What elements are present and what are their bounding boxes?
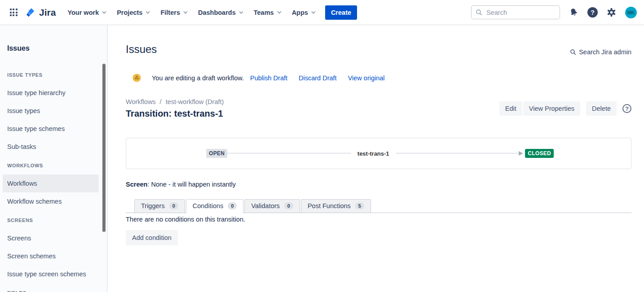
sidebar-item-workflows[interactable]: Workflows [3, 174, 99, 192]
breadcrumb-separator: / [160, 98, 162, 105]
menu-dashboards-label: Dashboards [198, 9, 236, 16]
help-button[interactable]: ? [587, 7, 598, 17]
search-icon [570, 49, 576, 55]
menu-your-work[interactable]: Your work [63, 5, 110, 20]
grid-icon [10, 9, 18, 16]
tab-conditions-count: 0 [228, 202, 237, 209]
tab-triggers[interactable]: Triggers 0 [134, 199, 185, 213]
view-original-link[interactable]: View original [348, 74, 385, 82]
menu-filters[interactable]: Filters [156, 5, 192, 20]
screen-label: Screen [126, 181, 147, 188]
gear-icon [606, 7, 617, 17]
screen-value: : None - it will happen instantly [147, 181, 236, 188]
chevron-down-icon [312, 10, 315, 13]
admin-sidebar: Issues ISSUE TYPES Issue type hierarchy … [0, 25, 108, 292]
jira-logo[interactable]: Jira [25, 7, 56, 18]
content-header: Issues Search Jira admin [126, 43, 631, 56]
menu-apps-label: Apps [292, 9, 308, 16]
tab-post-functions[interactable]: Post Functions 5 [301, 199, 371, 213]
avatar[interactable]: MK [625, 7, 637, 18]
edit-button[interactable]: Edit [499, 101, 522, 116]
notifications-button[interactable] [569, 7, 579, 17]
page-title: Issues [126, 43, 157, 56]
sidebar-section-screens: SCREENS [7, 218, 100, 223]
sidebar-item-workflow-schemes[interactable]: Workflow schemes [3, 192, 99, 210]
navbar-right: ? MK [471, 5, 637, 19]
menu-your-work-label: Your work [67, 9, 99, 16]
transition-header-row: Workflows / test-workflow (Draft) Transi… [126, 98, 631, 119]
tab-validators[interactable]: Validators 0 [244, 199, 300, 213]
tab-conditions-label: Conditions [193, 202, 224, 209]
chevron-down-icon [278, 10, 281, 13]
transition-tabs: Triggers 0 Conditions 0 Validators 0 Pos… [126, 199, 631, 213]
breadcrumb-workflows[interactable]: Workflows [126, 98, 156, 105]
tab-validators-count: 0 [284, 202, 293, 209]
tab-triggers-label: Triggers [141, 202, 165, 209]
global-search [471, 5, 560, 19]
screen-info: Screen: None - it will happen instantly [126, 181, 631, 188]
sidebar-section-fields: FIELDS [7, 290, 100, 292]
delete-button[interactable]: Delete [586, 101, 617, 116]
add-condition-button[interactable]: Add condition [126, 230, 178, 245]
question-mark-icon: ? [587, 7, 598, 17]
help-icon[interactable]: ? [622, 104, 631, 113]
menu-projects-label: Projects [117, 9, 142, 16]
app-root: Jira Your work Projects Filters Dashboar… [0, 0, 644, 292]
chevron-down-icon [184, 10, 187, 13]
search-jira-admin-label: Search Jira admin [579, 48, 631, 56]
settings-button[interactable] [606, 7, 617, 17]
transition-heading-block: Workflows / test-workflow (Draft) Transi… [126, 98, 224, 119]
no-conditions-message: There are no conditions on this transiti… [126, 216, 631, 223]
tab-conditions[interactable]: Conditions 0 [186, 199, 244, 213]
chevron-down-icon [239, 10, 243, 13]
transition-toolbar: Edit View Properties Delete ? [499, 101, 631, 116]
sidebar-item-sub-tasks[interactable]: Sub-tasks [3, 138, 99, 156]
search-jira-admin-link[interactable]: Search Jira admin [570, 48, 631, 56]
menu-dashboards[interactable]: Dashboards [194, 5, 247, 20]
menu-teams-label: Teams [254, 9, 274, 16]
discard-draft-link[interactable]: Discard Draft [299, 74, 337, 82]
menu-projects[interactable]: Projects [112, 5, 154, 20]
view-properties-button[interactable]: View Properties [523, 101, 580, 116]
body-row: Issues ISSUE TYPES Issue type hierarchy … [0, 25, 644, 292]
draft-banner-message: You are editing a draft workflow. [152, 74, 244, 82]
arrow-right-icon [519, 151, 523, 156]
chevron-down-icon [146, 10, 150, 13]
sidebar-scrollbar[interactable] [102, 64, 106, 232]
breadcrumb-current[interactable]: test-workflow (Draft) [166, 98, 224, 105]
tab-triggers-count: 0 [169, 202, 178, 209]
status-badge-closed: CLOSED [525, 149, 554, 158]
publish-draft-link[interactable]: Publish Draft [250, 74, 287, 82]
sidebar-item-issue-type-screen-schemes[interactable]: Issue type screen schemes [3, 265, 99, 283]
transition-diagram: OPEN test-trans-1 CLOSED [126, 138, 631, 169]
jira-logo-icon [25, 7, 37, 18]
sidebar-item-issue-types[interactable]: Issue types [3, 102, 99, 120]
sidebar-section-workflows: WORKFLOWS [7, 163, 100, 168]
menu-apps[interactable]: Apps [287, 5, 320, 20]
search-input[interactable] [471, 5, 560, 19]
draft-workflow-banner: You are editing a draft workflow. Publis… [126, 74, 631, 82]
top-navbar: Jira Your work Projects Filters Dashboar… [0, 0, 644, 25]
warning-icon [132, 74, 141, 82]
create-button[interactable]: Create [325, 5, 357, 20]
app-switcher-button[interactable] [6, 5, 21, 20]
tab-post-functions-label: Post Functions [308, 202, 351, 209]
sidebar-item-issue-type-schemes[interactable]: Issue type schemes [3, 120, 99, 138]
breadcrumb: Workflows / test-workflow (Draft) [126, 98, 224, 105]
sidebar-item-screens[interactable]: Screens [3, 229, 99, 247]
edit-button-group: Edit View Properties [499, 101, 580, 116]
sidebar-section-issue-types: ISSUE TYPES [7, 72, 100, 78]
draft-banner-links: Publish Draft Discard Draft View origina… [250, 74, 385, 82]
tab-post-functions-count: 5 [355, 202, 364, 209]
tab-validators-label: Validators [251, 202, 279, 209]
sidebar-item-issue-type-hierarchy[interactable]: Issue type hierarchy [3, 84, 99, 102]
main-menu: Your work Projects Filters Dashboards Te… [63, 5, 320, 20]
chevron-down-icon [102, 10, 106, 13]
jira-logo-text: Jira [39, 7, 56, 18]
search-icon [476, 9, 482, 16]
menu-teams[interactable]: Teams [249, 5, 286, 20]
main-content: Issues Search Jira admin You are editin [108, 25, 644, 292]
sidebar-item-screen-schemes[interactable]: Screen schemes [3, 247, 99, 265]
transition-title: Transition: test-trans-1 [126, 109, 224, 119]
bell-icon [569, 7, 579, 17]
